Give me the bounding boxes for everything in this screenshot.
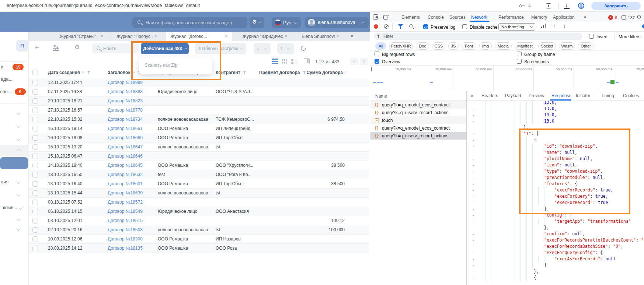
detail-tab-response[interactable]: Response — [551, 93, 571, 98]
row-checkbox[interactable] — [32, 154, 38, 159]
row-checkbox[interactable] — [32, 144, 38, 150]
tab-close-icon[interactable]: × — [335, 33, 341, 39]
table-row[interactable]: 13.10.2025 16:40Договор №18631ООО Ромашк… — [29, 179, 370, 189]
row-checkbox[interactable] — [32, 135, 38, 141]
document-link[interactable]: Договор №18898 — [108, 89, 155, 95]
sidebar-item[interactable]: ция — [1, 179, 13, 185]
request-name-column-header[interactable]: Name — [375, 94, 387, 99]
sidebar-panel-button[interactable]: П — [16, 40, 28, 52]
network-filter-chip-socket[interactable]: Socket — [538, 42, 556, 50]
document-link[interactable]: Договор №18646 — [108, 154, 155, 159]
close-all-tabs-icon[interactable]: × — [348, 32, 356, 41]
devtools-tab-network[interactable]: Network — [471, 15, 487, 20]
network-filter-chip-css[interactable]: CSS — [432, 42, 445, 50]
document-link[interactable]: Договор №18135 — [108, 246, 155, 251]
document-link[interactable]: Договор №18734 — [108, 117, 155, 123]
clipped-toolbar-icon[interactable] — [642, 24, 644, 28]
record-network-icon[interactable] — [374, 24, 378, 29]
row-checkbox[interactable] — [32, 227, 38, 233]
invert-checkbox[interactable] — [589, 34, 594, 39]
table-row[interactable]: 10.09.2025 12:06Договор №18300ООО Ромашк… — [29, 235, 370, 244]
devtools-tab-memory[interactable]: Memory — [531, 15, 547, 20]
row-checkbox[interactable] — [32, 89, 38, 95]
app-tab-active[interactable]: Журнал "Догово...× — [166, 32, 232, 41]
network-filter-chip-wasm[interactable]: Wasm — [559, 42, 575, 50]
row-checkbox[interactable] — [32, 200, 38, 205]
document-link[interactable]: Договор №18630 — [108, 190, 155, 196]
document-link[interactable]: Договор №18778 — [108, 108, 155, 113]
side-panel-view-icon[interactable] — [304, 58, 310, 64]
devtools-tab-elements[interactable]: Elements — [401, 15, 420, 20]
device-toolbar-icon[interactable] — [383, 15, 389, 20]
column-header[interactable]: Сумма договора — [309, 70, 346, 75]
tab-close-icon[interactable]: × — [153, 33, 159, 39]
big-request-rows-checkbox[interactable] — [375, 52, 379, 56]
row-checkbox[interactable] — [32, 181, 38, 187]
row-checkbox[interactable] — [32, 80, 38, 85]
clear-network-icon[interactable] — [384, 24, 389, 29]
settings-menu-button[interactable]: ⚙ — [250, 17, 264, 28]
detail-tab-initiator[interactable]: Initiator — [576, 93, 590, 98]
network-filter-chip-font[interactable]: Font — [462, 42, 476, 50]
document-link[interactable]: Договор №18503 — [108, 227, 155, 233]
document-link[interactable]: Договор №18661 — [108, 126, 155, 132]
detail-tab-preview[interactable]: Preview — [529, 93, 544, 98]
row-checkbox[interactable] — [32, 108, 38, 113]
table-row[interactable]: 16.10.2025 19:08Договор №18660ООО Ромашк… — [29, 133, 370, 142]
row-checkbox[interactable] — [32, 218, 38, 224]
close-detail-icon[interactable]: × — [470, 92, 474, 99]
document-link[interactable]: Договор №18632 — [108, 172, 155, 178]
devtools-tab-application[interactable]: Application — [553, 15, 575, 20]
network-filter-chip-all[interactable]: All — [375, 42, 386, 50]
detail-tab-payload[interactable]: Payload — [505, 93, 521, 98]
preserve-log-checkbox[interactable] — [423, 24, 428, 29]
devtools-panel-border[interactable] — [370, 12, 370, 285]
profile-icon[interactable] — [578, 3, 584, 9]
document-link[interactable]: Договор №18549 — [108, 209, 155, 215]
import-button[interactable]: ↑ — [277, 43, 294, 54]
browser-url-bar[interactable]: enterprise.ecos24.ru/v2/journals?journal… — [0, 0, 644, 12]
row-checkbox[interactable] — [32, 190, 38, 196]
inspect-element-icon[interactable] — [373, 14, 378, 20]
document-link[interactable]: Договор №18645 — [108, 163, 155, 169]
throttling-select[interactable]: No throttling — [498, 23, 535, 31]
filter-funnel-icon[interactable] — [243, 71, 247, 74]
document-link[interactable]: Договор №18999 — [108, 80, 155, 86]
network-request-row[interactable]: {}query?k=q_uiserv_record_actions — [370, 109, 466, 116]
filter-settings-icon[interactable] — [53, 45, 60, 52]
sidebar-item[interactable]: ада... — [1, 77, 17, 82]
network-filter-chip-media[interactable]: Media — [495, 42, 512, 50]
sidebar-item-selected[interactable] — [0, 157, 28, 169]
row-checkbox[interactable] — [32, 172, 38, 177]
table-row[interactable]: 16.10.2025 19:14Договор №18661ООО Ромашк… — [29, 124, 370, 133]
add-record-button[interactable]: + — [32, 43, 41, 53]
grid-view-icon[interactable] — [281, 59, 287, 64]
sidebar-item[interactable]: и — [1, 64, 12, 70]
sidebar-item[interactable]: енн... — [0, 89, 14, 95]
network-search-icon[interactable] — [409, 24, 413, 28]
devtools-tab-console[interactable]: Console — [428, 15, 444, 20]
next-page-button[interactable] — [360, 58, 368, 65]
table-row[interactable]: 03.10.2025 12:01Договор №18515100,12 — [29, 216, 370, 225]
detail-tab-cookies[interactable]: Cookies — [623, 93, 639, 98]
language-selector[interactable]: Рус — [272, 17, 301, 28]
network-filter-input[interactable] — [374, 33, 582, 40]
filter-funnel-icon[interactable] — [87, 71, 91, 74]
downloads-icon[interactable]: ↓ — [565, 2, 568, 8]
preview-list-view-icon[interactable] — [291, 59, 298, 64]
tab-close-icon[interactable]: × — [223, 33, 229, 39]
password-key-icon[interactable] — [519, 4, 522, 7]
global-search-input[interactable] — [132, 17, 247, 28]
table-row[interactable]: 28.08.2025 14:12Договор №18135ООО Ромашк… — [29, 244, 370, 253]
request-detail-divider[interactable] — [466, 91, 467, 285]
network-filter-chip-img[interactable]: Img — [479, 42, 492, 50]
network-filter-chip-other[interactable]: Other — [578, 42, 593, 50]
export-har-icon[interactable]: ↓ — [563, 23, 566, 29]
error-badge-icon[interactable]: × — [608, 15, 613, 20]
table-row[interactable]: 15.10.2025 06:47Договор №18646 — [29, 152, 370, 161]
export-button[interactable]: ↓ — [254, 43, 271, 54]
app-tab[interactable]: Elena Shushnova× — [297, 32, 344, 41]
network-filter-chip-manifest[interactable]: Manifest — [515, 42, 535, 50]
devtools-tab-performance[interactable]: Performance — [498, 15, 524, 20]
finish-update-button[interactable]: Завершить обновление — [591, 2, 641, 10]
